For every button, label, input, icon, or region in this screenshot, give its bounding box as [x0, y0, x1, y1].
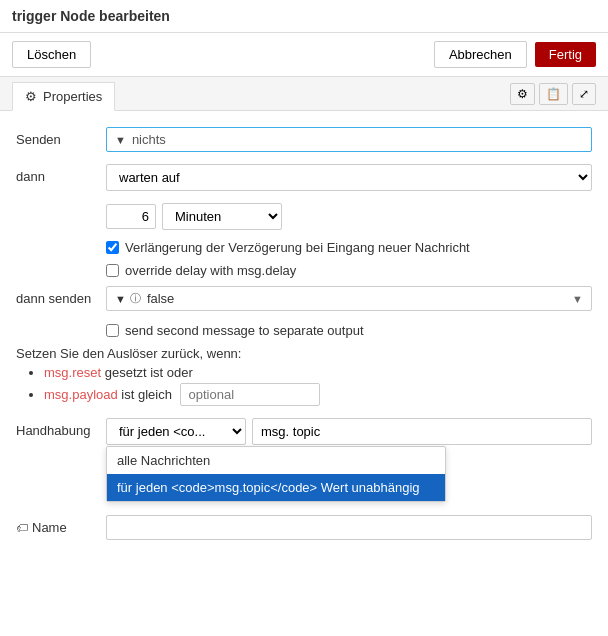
tab-properties[interactable]: ⚙ Properties [12, 82, 115, 111]
dann-row: dann warten auf [16, 164, 592, 191]
checkbox3-label: send second message to separate output [125, 323, 364, 338]
dann-senden-arrow-icon: ▼ [115, 293, 126, 305]
reset-item2-link[interactable]: msg.payload [44, 387, 118, 402]
handhabung-label: Handhabung [16, 418, 106, 438]
toolbar: Löschen Abbrechen Fertig [0, 33, 608, 77]
dann-senden-row: dann senden ▼ ⓘ false ▼ [16, 286, 592, 311]
handhabung-controls: für jeden <co... alle Nachrichten für je… [106, 418, 592, 445]
checkbox2-input[interactable] [106, 264, 119, 277]
senden-value: nichts [132, 132, 583, 147]
dann-select[interactable]: warten auf [106, 164, 592, 191]
dann-senden-control: ▼ ⓘ false ▼ [106, 286, 592, 311]
handhabung-text-input[interactable] [252, 418, 592, 445]
handhabung-row: Handhabung für jeden <co... alle Nachric… [16, 418, 592, 445]
handhabung-select[interactable]: für jeden <co... [106, 418, 246, 445]
name-row: 🏷 Name [16, 515, 592, 540]
dropdown-item-fuer-jeden[interactable]: für jeden <code>msg.topic</code> Wert un… [107, 474, 445, 501]
senden-control: ▼ nichts [106, 127, 592, 152]
tab-properties-label: Properties [43, 89, 102, 104]
dropdown-item-alle[interactable]: alle Nachrichten [107, 447, 445, 474]
reset-item2: msg.payload ist gleich [44, 383, 592, 406]
senden-input[interactable]: ▼ nichts [106, 127, 592, 152]
optional-input[interactable] [180, 383, 320, 406]
handhabung-selects: für jeden <co... [106, 418, 592, 445]
reset-list: msg.reset gesetzt ist oder msg.payload i… [16, 365, 592, 406]
done-button[interactable]: Fertig [535, 42, 596, 67]
tab-icon-group: ⚙ 📋 ⤢ [510, 83, 596, 105]
tag-icon: 🏷 [16, 521, 28, 535]
reset-item2-text: ist gleich [121, 387, 175, 402]
dann-control: warten auf [106, 164, 592, 191]
tabs-bar: ⚙ Properties ⚙ 📋 ⤢ [0, 77, 608, 111]
delete-button[interactable]: Löschen [12, 41, 91, 68]
cancel-button[interactable]: Abbrechen [434, 41, 527, 68]
dialog-title: trigger Node bearbeiten [0, 0, 608, 33]
checkbox1-label: Verlängerung der Verzögerung bei Eingang… [125, 240, 470, 255]
senden-row: Senden ▼ nichts [16, 127, 592, 152]
reset-item1-text: gesetzt ist oder [105, 365, 193, 380]
senden-label: Senden [16, 127, 106, 147]
checkbox1-row: Verlängerung der Verzögerung bei Eingang… [106, 240, 592, 255]
reset-section: Setzen Sie den Auslöser zurück, wenn: ms… [16, 346, 592, 406]
checkbox1-input[interactable] [106, 241, 119, 254]
duration-input[interactable] [106, 204, 156, 229]
checkbox3-row: send second message to separate output [106, 323, 592, 338]
checkbox3-input[interactable] [106, 324, 119, 337]
duration-row: Minuten Sekunden Stunden [106, 203, 592, 230]
checkbox2-label: override delay with msg.delay [125, 263, 296, 278]
tab-settings-icon-button[interactable]: ⚙ [510, 83, 535, 105]
gear-icon: ⚙ [25, 89, 37, 104]
handhabung-dropdown: alle Nachrichten für jeden <code>msg.top… [106, 446, 446, 502]
name-label: 🏷 Name [16, 520, 106, 535]
name-input[interactable] [106, 515, 592, 540]
dann-senden-input[interactable]: ▼ ⓘ false ▼ [106, 286, 592, 311]
dann-label: dann [16, 164, 106, 184]
reset-item1-link[interactable]: msg.reset [44, 365, 101, 380]
dann-senden-chevron-icon: ▼ [572, 293, 583, 305]
senden-arrow-icon: ▼ [115, 134, 126, 146]
tab-expand-icon-button[interactable]: ⤢ [572, 83, 596, 105]
title-text: trigger Node bearbeiten [12, 8, 170, 24]
dann-senden-value: false [147, 291, 572, 306]
form-content: Senden ▼ nichts dann warten auf Minuten … [0, 111, 608, 548]
duration-unit-select[interactable]: Minuten Sekunden Stunden [162, 203, 282, 230]
dann-senden-info-icon: ⓘ [130, 291, 141, 306]
dann-senden-label: dann senden [16, 286, 106, 306]
reset-title: Setzen Sie den Auslöser zurück, wenn: [16, 346, 592, 361]
name-label-text: Name [32, 520, 67, 535]
checkbox2-row: override delay with msg.delay [106, 263, 592, 278]
reset-item1: msg.reset gesetzt ist oder [44, 365, 592, 380]
tab-doc-icon-button[interactable]: 📋 [539, 83, 568, 105]
